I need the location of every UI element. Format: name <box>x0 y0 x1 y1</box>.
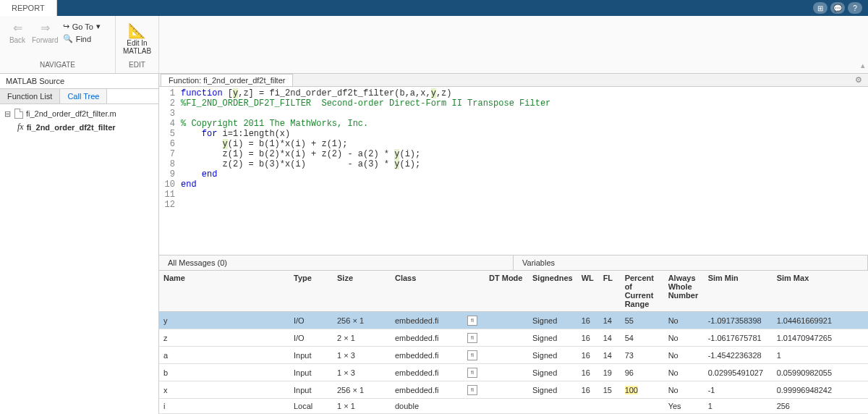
title-bar: REPORT ⊞ 💬 ? <box>0 0 868 16</box>
table-row[interactable]: zI/O2 × 1embedded.fifiSigned161454No-1.0… <box>159 329 868 347</box>
col-type[interactable]: Type <box>289 271 333 312</box>
tab-call-tree[interactable]: Call Tree <box>60 89 107 104</box>
edit-in-matlab-button[interactable]: 📐 Edit In MATLAB <box>123 19 151 55</box>
table-cell <box>485 312 528 329</box>
col-class[interactable]: Class <box>391 271 463 312</box>
find-icon: 🔍 <box>63 34 73 43</box>
help-icon[interactable]: ? <box>848 2 862 14</box>
code-line[interactable]: 6 y(i) = b(1)*x(i) + z(1); <box>159 139 868 149</box>
table-cell: No <box>664 364 704 381</box>
tree-function[interactable]: fx fi_2nd_order_df2t_filter <box>3 120 156 134</box>
table-cell: fi <box>463 329 485 347</box>
col-wl[interactable]: WL <box>577 271 599 312</box>
code-line[interactable]: 11 <box>159 190 868 200</box>
table-cell: 19 <box>599 364 621 381</box>
col-dtmode[interactable]: DT Mode <box>485 271 528 312</box>
code-editor[interactable]: 1function [y,z] = fi_2nd_order_df2t_filt… <box>159 87 868 255</box>
table-cell <box>528 399 577 414</box>
table-row[interactable]: yI/O256 × 1embedded.fifiSigned161455No-1… <box>159 312 868 329</box>
tab-report[interactable]: REPORT <box>0 0 57 16</box>
col-name[interactable]: Name <box>159 271 289 312</box>
table-cell: -1 <box>704 381 773 399</box>
table-cell: embedded.fi <box>391 329 463 347</box>
col-signed[interactable]: Signednes <box>528 271 577 312</box>
table-row[interactable]: bInput1 × 3embedded.fifiSigned161996No0.… <box>159 364 868 381</box>
code-line[interactable]: 10end <box>159 179 868 190</box>
code-line[interactable]: 8 z(2) = b(3)*x(i) - a(3) * y(i); <box>159 159 868 169</box>
left-pane: MATLAB Source Function List Call Tree ⊟ … <box>0 74 159 414</box>
table-cell: 14 <box>599 329 621 347</box>
goto-button[interactable]: ↪ Go To ▾ <box>63 22 101 31</box>
table-cell: No <box>664 347 704 364</box>
dt-icon[interactable]: fi <box>467 385 477 395</box>
table-cell: y <box>159 312 289 329</box>
col-simmin[interactable]: Sim Min <box>704 271 773 312</box>
table-cell: -1.0617675781 <box>704 329 773 347</box>
table-cell: 14 <box>599 347 621 364</box>
line-text: end <box>181 169 217 179</box>
code-line[interactable]: 12 <box>159 200 868 210</box>
table-row[interactable]: xInput256 × 1embedded.fifiSigned1615100N… <box>159 381 868 399</box>
dt-icon[interactable]: fi <box>467 350 477 360</box>
table-cell: 256 × 1 <box>333 312 391 329</box>
line-text: y(i) = b(1)*x(i) + z(1); <box>181 139 347 149</box>
table-cell: 256 <box>773 399 868 414</box>
code-line[interactable]: 9 end <box>159 169 868 179</box>
line-number: 9 <box>159 169 181 179</box>
table-cell: 55 <box>621 312 664 329</box>
col-simmax[interactable]: Sim Max <box>773 271 868 312</box>
grid-icon[interactable]: ⊞ <box>813 2 827 14</box>
code-line[interactable]: 3 <box>159 109 868 119</box>
forward-button[interactable]: ⇒ <box>35 19 55 36</box>
table-cell: x <box>159 381 289 399</box>
find-button[interactable]: 🔍 Find <box>63 34 101 43</box>
col-fl[interactable]: FL <box>599 271 621 312</box>
table-cell: Local <box>289 399 333 414</box>
code-line[interactable]: 4% Copyright 2011 The MathWorks, Inc. <box>159 119 868 129</box>
dt-icon[interactable]: fi <box>467 316 477 326</box>
table-cell: 14 <box>599 312 621 329</box>
code-line[interactable]: 2%FI_2ND_ORDER_DF2T_FILTER Second-order … <box>159 98 868 109</box>
dt-icon[interactable]: fi <box>467 333 477 343</box>
table-cell: Input <box>289 381 333 399</box>
bubble-icon[interactable]: 💬 <box>830 2 845 14</box>
collapse-icon[interactable]: ⊟ <box>4 109 12 119</box>
table-cell: -1.4542236328 <box>704 347 773 364</box>
table-cell: 15 <box>599 381 621 399</box>
table-cell: 16 <box>577 329 599 347</box>
code-line[interactable]: 7 z(1) = b(2)*x(i) + z(2) - a(2) * y(i); <box>159 149 868 159</box>
table-cell <box>599 399 621 414</box>
table-cell: -1.0917358398 <box>704 312 773 329</box>
line-text: %FI_2ND_ORDER_DF2T_FILTER Second-order D… <box>181 98 550 109</box>
collapse-ribbon-icon[interactable]: ▴ <box>861 61 865 70</box>
col-whole[interactable]: Always Whole Number <box>664 271 704 312</box>
code-line[interactable]: 1function [y,z] = fi_2nd_order_df2t_filt… <box>159 88 868 98</box>
tab-all-messages[interactable]: All Messages (0) <box>159 255 514 270</box>
tree-file[interactable]: ⊟ fi_2nd_order_df2t_filter.m <box>3 107 156 120</box>
col-size[interactable]: Size <box>333 271 391 312</box>
line-number: 4 <box>159 119 181 129</box>
function-tab[interactable]: Function: fi_2nd_order_df2t_filter <box>161 74 293 86</box>
gear-icon[interactable]: ⚙ <box>855 75 868 85</box>
back-button[interactable]: ⇐ <box>7 19 27 36</box>
table-cell: embedded.fi <box>391 347 463 364</box>
tab-function-list[interactable]: Function List <box>0 89 60 104</box>
table-cell: 16 <box>577 347 599 364</box>
table-cell <box>485 347 528 364</box>
table-cell: Yes <box>664 399 704 414</box>
dt-icon[interactable]: fi <box>467 368 477 378</box>
col-percent[interactable]: Percent of Current Range <box>621 271 664 312</box>
table-cell: Signed <box>528 381 577 399</box>
tab-variables[interactable]: Variables <box>514 255 868 270</box>
table-cell: 73 <box>621 347 664 364</box>
table-cell: Signed <box>528 364 577 381</box>
table-cell <box>485 329 528 347</box>
table-row[interactable]: iLocal1 × 1doubleYes1256 <box>159 399 868 414</box>
code-line[interactable]: 5 for i=1:length(x) <box>159 129 868 139</box>
col-dticon[interactable] <box>463 271 485 312</box>
table-cell <box>463 399 485 414</box>
table-cell: fi <box>463 312 485 329</box>
table-cell: b <box>159 364 289 381</box>
table-row[interactable]: aInput1 × 3embedded.fifiSigned161473No-1… <box>159 347 868 364</box>
table-cell: fi <box>463 347 485 364</box>
